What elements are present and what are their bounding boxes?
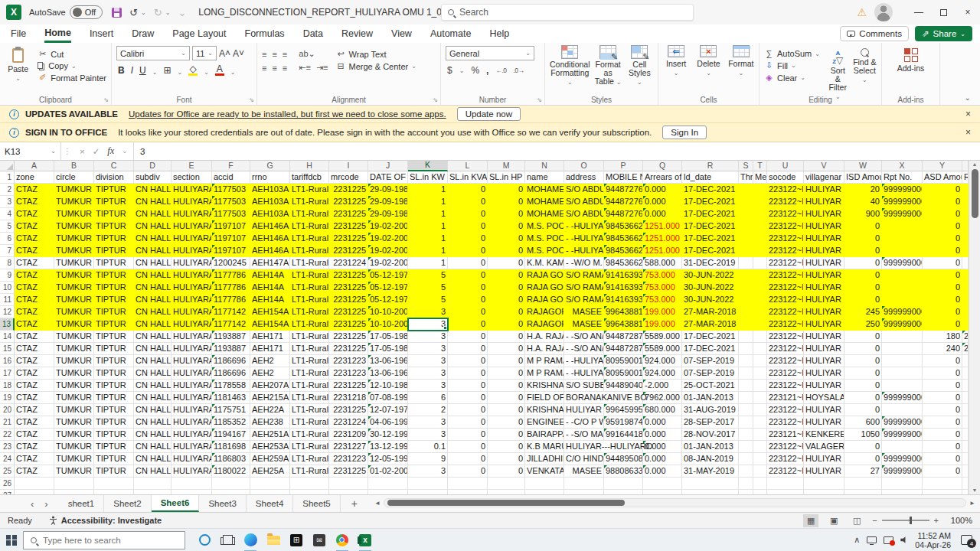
cell-F10[interactable]: 1177786 (212, 282, 250, 294)
cell-Q26[interactable] (643, 478, 682, 490)
cell-S14[interactable] (739, 331, 753, 343)
cell-W7[interactable]: 0 (844, 245, 882, 257)
cell-V23[interactable]: VALAGERE (804, 441, 844, 453)
cell-J6[interactable]: 19-02-200( (368, 233, 408, 245)
cell-R7[interactable]: 17-DEC-2021 (682, 245, 739, 257)
cell-Q16[interactable]: 924.000 (643, 355, 682, 367)
close-notification-icon[interactable]: × (965, 127, 971, 138)
cell-z4[interactable] (962, 208, 969, 220)
cell-F17[interactable]: 1186696 (212, 367, 250, 380)
cell-W9[interactable]: 0 (844, 269, 882, 282)
cell-E25[interactable]: HULIYARA (172, 465, 212, 478)
cell-G5[interactable]: AEH146A (250, 220, 290, 233)
row-header-10[interactable]: 10 (0, 282, 15, 294)
cell-C4[interactable]: TIPTUR (94, 208, 134, 220)
cell-D14[interactable]: CN HALLY (134, 331, 172, 343)
cell-A10[interactable]: CTAZ (15, 282, 54, 294)
cell-M10[interactable]: 0 (488, 282, 525, 294)
cell-U8[interactable]: 223122~HI (767, 257, 804, 269)
cell-S16[interactable] (739, 355, 753, 367)
cell-P13[interactable]: 996438815 (604, 318, 643, 331)
add-sheet-button[interactable]: + (341, 495, 368, 512)
cell-O5[interactable]: - -HULIYAR (564, 220, 604, 233)
share-button[interactable]: ⇗Share⌄ (915, 26, 972, 41)
cell-G12[interactable]: AEH154A (250, 306, 290, 318)
cell-F6[interactable]: 1197107 (212, 233, 250, 245)
row-header-17[interactable]: 17 (0, 367, 15, 380)
zoom-in-icon[interactable]: + (934, 516, 939, 525)
column-header-F[interactable]: F (212, 161, 250, 171)
cell-S26[interactable] (739, 478, 753, 490)
cell-L25[interactable]: 0 (448, 465, 488, 478)
cell-D26[interactable] (134, 478, 172, 490)
cell-J15[interactable]: 17-05-198: (368, 343, 408, 355)
cell-B7[interactable]: TUMKUR (54, 245, 94, 257)
cell-X3[interactable]: 999999000 (882, 196, 923, 208)
cell-A24[interactable]: CTAZ (15, 453, 54, 465)
cell-L22[interactable]: 0 (448, 429, 488, 441)
cell-L3[interactable]: 0 (448, 196, 488, 208)
cell-X21[interactable]: 999999000 (882, 416, 923, 429)
cell-F9[interactable]: 1177786 (212, 269, 250, 282)
cell-C19[interactable]: TIPTUR (94, 392, 134, 404)
cell-X22[interactable]: 999999000 (882, 429, 923, 441)
cell-H27[interactable] (290, 490, 329, 494)
column-header-W[interactable]: W (844, 161, 882, 171)
cell-M26[interactable] (488, 478, 525, 490)
tab-file[interactable]: File (11, 24, 26, 43)
column-header-partial[interactable] (962, 161, 969, 171)
cell-V18[interactable]: HULIYAR (804, 380, 844, 392)
cell-O3[interactable]: S/O ABDU (564, 196, 604, 208)
cell-z17[interactable] (962, 367, 969, 380)
cell-E16[interactable]: HULIYARA (172, 355, 212, 367)
cell-R23[interactable]: 01-JAN-2013 (682, 441, 739, 453)
format-cells-button[interactable]: Format⌄ (728, 45, 754, 93)
cell-Q6[interactable]: 1251.000 (643, 233, 682, 245)
cell-P10[interactable]: 914163930 (604, 282, 643, 294)
cell-C24[interactable]: TIPTUR (94, 453, 134, 465)
cell-T22[interactable] (753, 429, 767, 441)
row-header-15[interactable]: 15 (0, 343, 15, 355)
cell-O4[interactable]: S/O ABDU (564, 208, 604, 220)
orientation-icon[interactable]: ab⌄ (299, 49, 315, 59)
cell-I17[interactable]: 2231223 (329, 367, 368, 380)
cell-H26[interactable] (290, 478, 329, 490)
cell-U7[interactable]: 223122~HI (767, 245, 804, 257)
row-header-4[interactable]: 4 (0, 208, 15, 220)
cell-K26[interactable] (408, 478, 448, 490)
cell-X11[interactable] (882, 294, 923, 306)
cell-W6[interactable]: 0 (844, 233, 882, 245)
cell-L14[interactable]: 0 (448, 331, 488, 343)
cell-W4[interactable]: 900 (844, 208, 882, 220)
taskbar-search[interactable] (23, 531, 185, 549)
cell-E2[interactable]: HULIYARA (172, 184, 212, 196)
cell-N13[interactable]: RAJAGOP/ (525, 318, 564, 331)
cell-V11[interactable]: HULIYAR (804, 294, 844, 306)
cell-Y25[interactable]: 0 (923, 465, 962, 478)
row-header-16[interactable]: 16 (0, 355, 15, 367)
cell-P25[interactable]: 988086330 (604, 465, 643, 478)
cell-P2[interactable]: 944872763 (604, 184, 643, 196)
cell-G8[interactable]: AEH147A (250, 257, 290, 269)
cell-z18[interactable] (962, 380, 969, 392)
cell-K12[interactable]: 3 (408, 306, 448, 318)
cell-R18[interactable]: 25-OCT-2021 (682, 380, 739, 392)
cell-Y6[interactable]: 0 (923, 233, 962, 245)
cell-W26[interactable] (844, 478, 882, 490)
cell-U19[interactable]: 223121~HI (767, 392, 804, 404)
cell-X13[interactable]: 999999000 (882, 318, 923, 331)
cell-O24[interactable]: C/O HIND (564, 453, 604, 465)
name-box[interactable]: K13⌄ (0, 142, 61, 160)
column-header-Y[interactable]: Y (923, 161, 962, 171)
cell-L26[interactable] (448, 478, 488, 490)
cell-U24[interactable]: 223122~HI (767, 453, 804, 465)
cell-O2[interactable]: S/O ABDU (564, 184, 604, 196)
cell-J12[interactable]: 10-10-200( (368, 306, 408, 318)
cell-J13[interactable]: 10-10-200( (368, 318, 408, 331)
cell-Y8[interactable]: 0 (923, 257, 962, 269)
row-header-21[interactable]: 21 (0, 416, 15, 429)
header-cell-R1[interactable]: ld_date (682, 171, 739, 184)
cell-Q17[interactable]: 924.000 (643, 367, 682, 380)
cell-E6[interactable]: HULIYARA (172, 233, 212, 245)
cell-P12[interactable]: 996438815 (604, 306, 643, 318)
